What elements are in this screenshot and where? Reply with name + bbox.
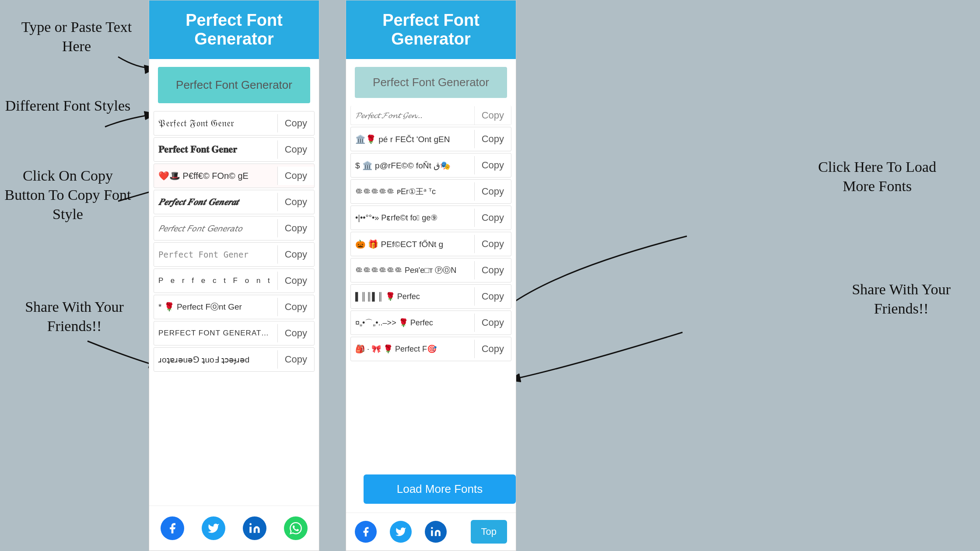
font-row-4: 𝑷𝒆𝒓𝒇𝒆𝒄𝒕 𝑭𝒐𝒏𝒕 𝑮𝒆𝒏𝒆𝒓𝒂𝒕 Copy	[154, 190, 315, 214]
font-row-9: PERFECT FONT GENERATOR Copy	[154, 321, 315, 345]
right-font-text-5: 🎃 🎁 PEf©️ECT fŐNt g	[351, 236, 474, 253]
copy-button-5[interactable]: Copy	[277, 219, 314, 237]
font-row-6: 𝙿𝚎𝚛𝚏𝚎𝚌𝚝 𝙵𝚘𝚗𝚝 𝙶𝚎𝚗𝚎𝚛 Copy	[154, 242, 315, 267]
facebook-share-right[interactable]	[355, 521, 377, 543]
font-row-10: ɹoʇɐɹǝuǝ⅁ ʇuoℲ ʇɔǝɟɹǝd Copy	[154, 347, 315, 372]
right-copy-button-0[interactable]: Copy	[474, 106, 511, 125]
font-text-6: 𝙿𝚎𝚛𝚏𝚎𝚌𝚝 𝙵𝚘𝚗𝚝 𝙶𝚎𝚗𝚎𝚛	[154, 246, 277, 263]
right-share-icons	[355, 521, 447, 543]
font-text-9: PERFECT FONT GENERATOR	[154, 325, 277, 341]
linkedin-share-left[interactable]	[243, 516, 266, 540]
font-text-4: 𝑷𝒆𝒓𝒇𝒆𝒄𝒕 𝑭𝒐𝒏𝒕 𝑮𝒆𝒏𝒆𝒓𝒂𝒕	[154, 193, 277, 211]
right-font-row-4: •|••°°•» Pɛrfe©️t fo᷊ ge⑨ Copy	[350, 206, 511, 230]
right-copy-button-7[interactable]: Copy	[474, 287, 511, 306]
right-copy-button-3[interactable]: Copy	[474, 182, 511, 201]
right-panel-header: Perfect Font Generator	[346, 0, 516, 59]
annotation-share-left: Share With Your Friends!!	[18, 297, 131, 336]
font-row-1: 𝔓𝔢𝔯𝔣𝔢𝔠𝔱 𝔉𝔬𝔫𝔱 𝔊𝔢𝔫𝔢𝔯 Copy	[154, 111, 315, 136]
copy-button-2[interactable]: Copy	[277, 140, 314, 159]
right-copy-button-8[interactable]: Copy	[474, 314, 511, 332]
annotation-click-copy: Click On Copy Button To Copy Font Style	[4, 166, 131, 224]
svg-point-1	[249, 523, 252, 525]
left-share-bar	[149, 506, 319, 551]
right-input-box[interactable]: Perfect Font Generator	[355, 67, 507, 98]
right-font-row-2: $ 🏛️ p@rFE©️© foŇt ق🎭 Copy	[350, 153, 511, 178]
font-row-5: 𝘗𝘦𝘳𝘧𝘦𝘤𝘵 𝘍𝘰𝘯𝘵 𝘎𝘦𝘯𝘦𝘳𝘢𝘵𝘰 Copy	[154, 216, 315, 241]
right-font-text-6: ᪤᪤᪤᪤᪤᪤ Pея'e□т ⓅⓄN	[351, 262, 474, 279]
right-font-row-5: 🎃 🎁 PEf©️ECT fŐNt g Copy	[350, 232, 511, 256]
right-copy-button-9[interactable]: Copy	[474, 340, 511, 358]
right-font-text-9: 🎒 · 🎀 🌹 Perfect F🎯	[351, 341, 474, 357]
right-copy-button-4[interactable]: Copy	[474, 209, 511, 227]
right-font-row-8: ¤„•⌒„•..–>> 🌹 Perfec Copy	[350, 310, 511, 335]
annotation-load-more: Click Here To Load More Fonts	[814, 157, 941, 196]
svg-point-2	[431, 527, 433, 529]
right-font-row-0: 𝓟𝓮𝓻𝓯𝓮𝓬𝓽 𝓕𝓸𝓷𝓽 𝓖𝓮𝓷... Copy	[350, 106, 511, 125]
top-button[interactable]: Top	[471, 520, 507, 544]
right-copy-button-1[interactable]: Copy	[474, 130, 511, 148]
twitter-share-left[interactable]	[202, 516, 225, 540]
right-font-row-1: 🏛️🌹 pé r FEČt 'Ont gEN Copy	[350, 127, 511, 151]
font-row-8: * 🌹 Perfect Fⓞnt Ger Copy	[154, 295, 315, 319]
twitter-share-right[interactable]	[390, 521, 412, 543]
font-text-7: P e r f e c t F o n t	[154, 273, 277, 289]
copy-button-10[interactable]: Copy	[277, 350, 314, 369]
left-input-box[interactable]: Perfect Font Generator	[158, 67, 310, 103]
copy-button-6[interactable]: Copy	[277, 245, 314, 264]
right-copy-button-5[interactable]: Copy	[474, 235, 511, 253]
right-font-list: 𝓟𝓮𝓻𝓯𝓮𝓬𝓽 𝓕𝓸𝓷𝓽 𝓖𝓮𝓷... Copy 🏛️🌹 pé r FEČt '…	[346, 106, 516, 466]
font-text-8: * 🌹 Perfect Fⓞnt Ger	[154, 298, 277, 316]
load-more-button[interactable]: Load More Fonts	[364, 474, 516, 504]
linkedin-share-right[interactable]	[425, 521, 447, 543]
right-copy-button-2[interactable]: Copy	[474, 156, 511, 174]
right-font-text-8: ¤„•⌒„•..–>> 🌹 Perfec	[351, 314, 474, 331]
right-font-text-3: ᪤᪤᪤᪤᪤ ᴘEr①王ᵃ ᵀc	[351, 183, 474, 200]
left-panel: Perfect Font Generator Perfect Font Gene…	[149, 0, 319, 551]
right-font-row-3: ᪤᪤᪤᪤᪤ ᴘEr①王ᵃ ᵀc Copy	[350, 179, 511, 204]
left-font-list: 𝔓𝔢𝔯𝔣𝔢𝔠𝔱 𝔉𝔬𝔫𝔱 𝔊𝔢𝔫𝔢𝔯 Copy 𝐏𝐞𝐫𝐟𝐞𝐜𝐭 𝐅𝐨𝐧𝐭 𝐆𝐞𝐧…	[149, 111, 319, 506]
copy-button-4[interactable]: Copy	[277, 193, 314, 211]
font-text-1: 𝔓𝔢𝔯𝔣𝔢𝔠𝔱 𝔉𝔬𝔫𝔱 𝔊𝔢𝔫𝔢𝔯	[154, 114, 277, 133]
font-row-2: 𝐏𝐞𝐫𝐟𝐞𝐜𝐭 𝐅𝐨𝐧𝐭 𝐆𝐞𝐧𝐞𝐫 Copy	[154, 137, 315, 162]
right-font-text-2: $ 🏛️ p@rFE©️© foŇt ق🎭	[351, 157, 474, 174]
copy-button-3[interactable]: Copy	[277, 167, 314, 185]
right-font-text-7: ▌║║▌║ 🌹 Perfec	[351, 288, 474, 305]
right-font-row-9: 🎒 · 🎀 🌹 Perfect F🎯 Copy	[350, 337, 511, 361]
annotation-type-paste: Type or Paste Text Here	[13, 17, 140, 56]
copy-button-1[interactable]: Copy	[277, 114, 314, 133]
load-more-container: Load More Fonts	[346, 466, 516, 513]
copy-button-7[interactable]: Copy	[277, 272, 314, 290]
right-bottom-bar: Top	[346, 513, 516, 551]
font-text-10: ɹoʇɐɹǝuǝ⅁ ʇuoℲ ʇɔǝɟɹǝd	[154, 351, 277, 368]
font-text-3: ❤️🎩 P€ff€©️ FOn© gE	[154, 167, 277, 185]
right-panel: Perfect Font Generator Perfect Font Gene…	[346, 0, 516, 551]
facebook-share-left[interactable]	[161, 516, 184, 540]
right-font-row-7: ▌║║▌║ 🌹 Perfec Copy	[350, 284, 511, 309]
font-text-5: 𝘗𝘦𝘳𝘧𝘦𝘤𝘵 𝘍𝘰𝘯𝘵 𝘎𝘦𝘯𝘦𝘳𝘢𝘵𝘰	[154, 220, 277, 237]
font-row-7: P e r f e c t F o n t Copy	[154, 269, 315, 293]
right-font-text-1: 🏛️🌹 pé r FEČt 'Ont gEN	[351, 131, 474, 148]
copy-button-9[interactable]: Copy	[277, 324, 314, 342]
right-copy-button-6[interactable]: Copy	[474, 261, 511, 279]
right-font-text-0: 𝓟𝓮𝓻𝓯𝓮𝓬𝓽 𝓕𝓸𝓷𝓽 𝓖𝓮𝓷...	[351, 107, 474, 124]
annotation-diff-fonts: Different Font Styles	[4, 96, 131, 115]
font-row-3: ❤️🎩 P€ff€©️ FOn© gE Copy	[154, 164, 315, 188]
right-font-text-4: •|••°°•» Pɛrfe©️t fo᷊ ge⑨	[351, 209, 474, 226]
right-font-row-6: ᪤᪤᪤᪤᪤᪤ Pея'e□т ⓅⓄN Copy	[350, 258, 511, 282]
copy-button-8[interactable]: Copy	[277, 298, 314, 316]
annotation-share-right: Share With Your Friends!!	[840, 280, 962, 318]
left-panel-header: Perfect Font Generator	[149, 0, 319, 59]
font-text-2: 𝐏𝐞𝐫𝐟𝐞𝐜𝐭 𝐅𝐨𝐧𝐭 𝐆𝐞𝐧𝐞𝐫	[154, 140, 277, 159]
whatsapp-share-left[interactable]	[284, 516, 308, 540]
